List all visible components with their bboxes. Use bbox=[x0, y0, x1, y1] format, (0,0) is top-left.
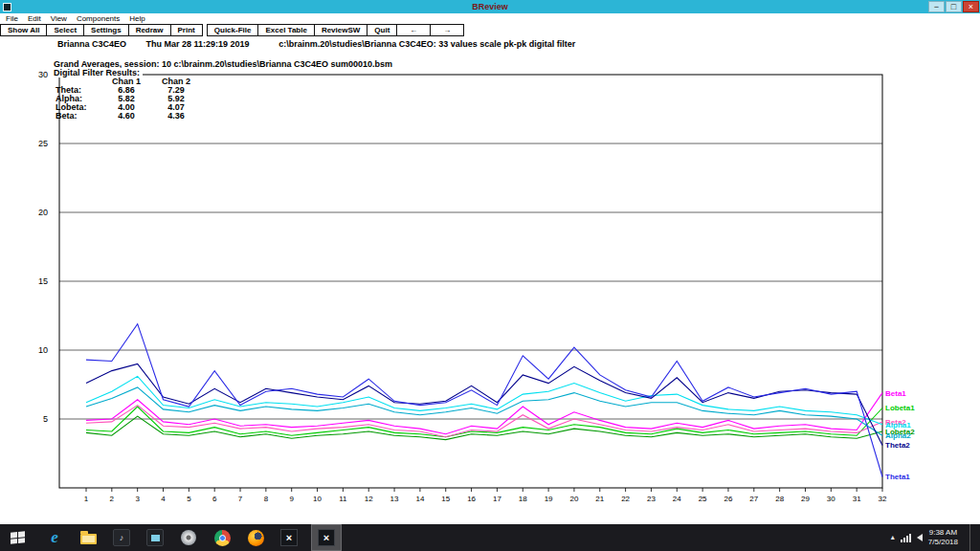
x-tick-label-11: 11 bbox=[339, 495, 347, 503]
x-tick-label-27: 27 bbox=[749, 495, 758, 503]
y-tick-label-5: 5 bbox=[43, 414, 48, 424]
breview-window: BReview − □ × FileEditViewComponentsHelp… bbox=[0, 0, 980, 551]
windows-logo-icon bbox=[11, 531, 25, 544]
x-tick-label-24: 24 bbox=[673, 495, 681, 503]
x-tick-label-7: 7 bbox=[238, 495, 243, 503]
internet-explorer-icon[interactable]: e bbox=[44, 526, 65, 549]
x-tick-label-19: 19 bbox=[545, 495, 553, 503]
x-tick-label-21: 21 bbox=[595, 495, 604, 503]
y-tick-label-10: 10 bbox=[38, 345, 48, 355]
taskbar-clock[interactable]: 9:38 AM 7/5/2018 bbox=[928, 528, 958, 547]
firefox-icon[interactable] bbox=[245, 526, 266, 549]
x-tick-label-25: 25 bbox=[699, 495, 707, 503]
dfr-value-chan2: 4.36 bbox=[149, 112, 203, 121]
series-theta1 bbox=[86, 324, 882, 477]
x-tick-label-6: 6 bbox=[212, 495, 217, 503]
system-tray: ▴ 9:38 AM 7/5/2018 bbox=[891, 524, 980, 551]
legend-theta1: Theta1 bbox=[885, 473, 910, 481]
patient-name: Brianna C3C4EO bbox=[57, 39, 126, 49]
x-tick-label-32: 32 bbox=[879, 495, 887, 503]
photo-viewer-icon[interactable] bbox=[145, 526, 166, 549]
x-tick-label-8: 8 bbox=[264, 495, 269, 503]
x-tick-label-18: 18 bbox=[519, 495, 527, 503]
media-player-icon[interactable]: ♪ bbox=[111, 526, 132, 549]
show-hidden-icons-icon[interactable]: ▴ bbox=[891, 534, 895, 541]
session-info: c:\brainm.20\studies\Brianna C3C4EO: 33 … bbox=[278, 39, 575, 49]
file-explorer-icon[interactable] bbox=[78, 526, 99, 549]
y-tick-label-15: 15 bbox=[38, 276, 48, 286]
breview-icon[interactable]: × bbox=[278, 526, 300, 549]
clock-time: 9:38 AM bbox=[928, 528, 958, 538]
x-tick-label-29: 29 bbox=[801, 495, 810, 503]
disc-burner-icon[interactable] bbox=[178, 526, 199, 549]
x-tick-label-23: 23 bbox=[647, 495, 656, 503]
dfr-row-label: Beta: bbox=[56, 112, 103, 121]
x-tick-label-4: 4 bbox=[161, 495, 166, 503]
x-tick-label-14: 14 bbox=[415, 495, 424, 503]
x-tick-label-12: 12 bbox=[365, 495, 373, 503]
legend-alpha2: Alpha2 bbox=[885, 431, 911, 440]
legend-lobeta1: Lobeta1 bbox=[885, 404, 915, 412]
digital-filter-results: Chan 1Chan 2Theta:6.867.29Alpha:5.825.92… bbox=[56, 77, 203, 121]
x-tick-label-26: 26 bbox=[724, 495, 733, 503]
legend-theta2: Theta2 bbox=[885, 441, 910, 450]
taskbar: e♪×× ▴ 9:38 AM 7/5/2018 bbox=[0, 524, 980, 551]
x-tick-label-17: 17 bbox=[493, 495, 501, 503]
start-button[interactable] bbox=[0, 524, 34, 551]
x-tick-label-3: 3 bbox=[135, 495, 140, 503]
show-desktop-button[interactable] bbox=[969, 524, 974, 551]
legend-alpha1: Alpha1 bbox=[885, 421, 911, 430]
x-tick-label-1: 1 bbox=[84, 495, 89, 503]
volume-icon[interactable] bbox=[917, 534, 923, 541]
breview-icon[interactable]: × bbox=[316, 526, 337, 549]
x-tick-label-10: 10 bbox=[313, 495, 322, 503]
legend-beta1: Beta1 bbox=[885, 389, 906, 398]
x-tick-label-28: 28 bbox=[775, 495, 784, 503]
x-tick-label-22: 22 bbox=[621, 495, 630, 503]
session-datetime: Thu Mar 28 11:29:19 2019 bbox=[146, 39, 250, 49]
x-tick-label-5: 5 bbox=[187, 495, 191, 503]
y-tick-label-25: 25 bbox=[38, 139, 48, 148]
clock-date: 7/5/2018 bbox=[928, 538, 958, 547]
dfr-value-chan1: 4.60 bbox=[103, 112, 149, 121]
x-tick-label-20: 20 bbox=[569, 495, 578, 503]
x-tick-label-31: 31 bbox=[853, 495, 861, 503]
x-tick-label-13: 13 bbox=[390, 495, 399, 503]
network-icon[interactable] bbox=[901, 534, 911, 542]
y-tick-label-20: 20 bbox=[38, 208, 48, 217]
x-tick-label-15: 15 bbox=[441, 495, 450, 503]
x-tick-label-16: 16 bbox=[467, 495, 476, 503]
active-app-breview[interactable]: × bbox=[312, 525, 341, 550]
x-tick-label-9: 9 bbox=[289, 495, 294, 503]
x-tick-label-30: 30 bbox=[827, 495, 835, 503]
chrome-icon[interactable] bbox=[212, 526, 233, 549]
x-tick-label-2: 2 bbox=[110, 495, 115, 503]
y-tick-label-30: 30 bbox=[38, 70, 48, 79]
taskbar-icons: e♪×× bbox=[44, 525, 341, 550]
dfr-row-beta: Beta:4.604.36 bbox=[56, 112, 203, 121]
session-header: Brianna C3C4EO Thu Mar 28 11:29:19 2019 … bbox=[57, 39, 575, 49]
